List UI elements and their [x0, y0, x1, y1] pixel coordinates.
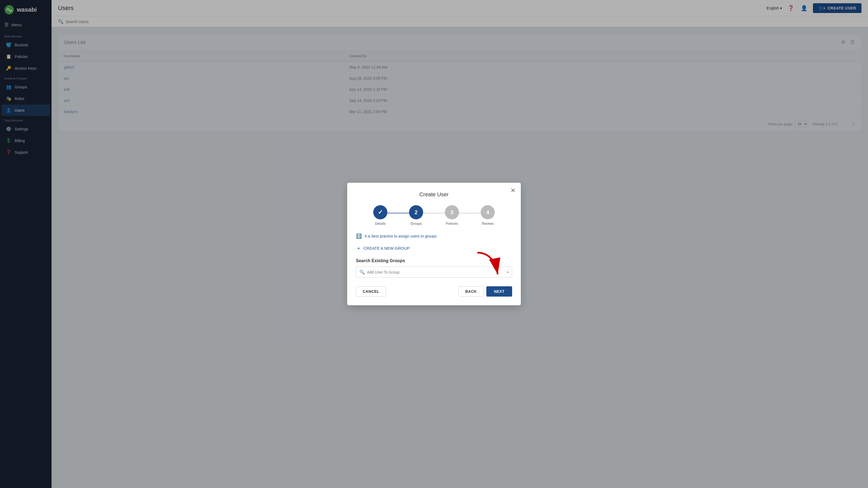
step-groups: 2 Groups: [409, 205, 423, 226]
group-search-dropdown-icon: ▾: [507, 270, 508, 274]
step-label-1: Details: [375, 222, 386, 226]
next-button[interactable]: NEXT: [486, 286, 512, 297]
step-connector-1-2: [388, 213, 409, 214]
step-connector-3-4: [459, 213, 480, 214]
step-circle-3: 3: [445, 205, 459, 219]
group-search-box: 🔍 ▾: [356, 266, 512, 278]
modal-title: Create User: [356, 191, 512, 198]
step-label-4: Review: [482, 222, 494, 226]
modal-right-buttons: BACK NEXT: [458, 286, 512, 297]
info-text: It is best practice to assign users to g…: [365, 234, 437, 238]
group-search-input[interactable]: [367, 270, 504, 274]
create-group-label: CREATE A NEW GROUP: [364, 246, 410, 251]
modal-overlay: ✕ Create User ✓ Details 2 Groups: [0, 0, 868, 488]
step-number-4: 4: [486, 209, 489, 216]
modal-close-button[interactable]: ✕: [510, 187, 516, 194]
step-circle-1: ✓: [373, 205, 388, 219]
back-button[interactable]: BACK: [458, 286, 484, 297]
create-new-group-link[interactable]: ＋ CREATE A NEW GROUP: [356, 245, 512, 252]
step-circle-2: 2: [409, 205, 423, 219]
step-circle-4: 4: [480, 205, 495, 219]
step-policies: 3 Policies: [445, 205, 459, 226]
step-details: ✓ Details: [373, 205, 388, 226]
step-number-3: 3: [450, 209, 453, 216]
plus-icon: ＋: [356, 245, 361, 252]
search-groups-label: Search Existing Groups: [356, 258, 512, 263]
checkmark-icon: ✓: [378, 209, 383, 216]
modal-footer: CANCEL BACK NEXT: [356, 286, 512, 297]
create-user-modal: ✕ Create User ✓ Details 2 Groups: [347, 183, 521, 305]
stepper: ✓ Details 2 Groups 3 Policies: [356, 205, 512, 226]
info-icon: ℹ️: [356, 233, 362, 239]
step-label-3: Policies: [446, 222, 458, 226]
red-arrow-svg: [472, 250, 504, 283]
step-label-2: Groups: [410, 222, 422, 226]
step-review: 4 Review: [480, 205, 495, 226]
info-banner: ℹ️ It is best practice to assign users t…: [356, 233, 512, 239]
step-number-2: 2: [414, 209, 417, 216]
step-connector-2-3: [423, 213, 445, 214]
group-search-icon: 🔍: [360, 269, 365, 274]
cancel-button[interactable]: CANCEL: [356, 286, 386, 297]
